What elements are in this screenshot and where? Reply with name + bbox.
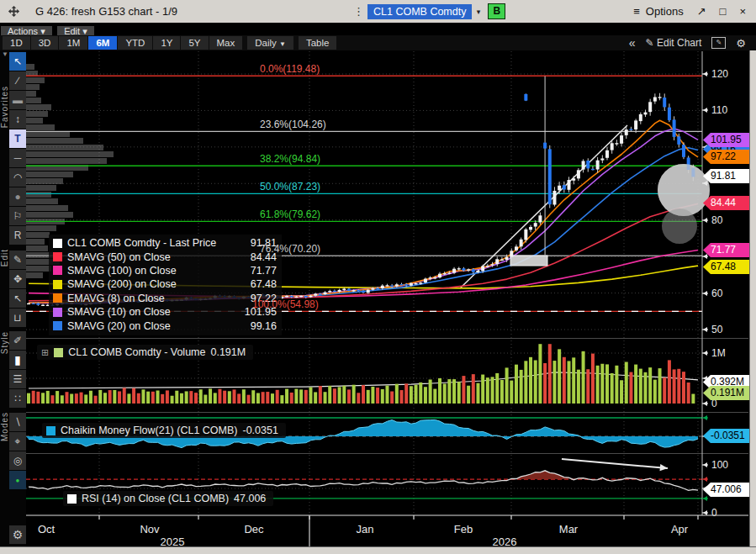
table-button[interactable]: Table: [299, 36, 337, 50]
pin-tool-icon[interactable]: ⚐: [9, 207, 26, 225]
range-1m[interactable]: 1M: [59, 36, 87, 50]
chart-plot-area[interactable]: 1201108060501M01000OctNovDecJanFebMarApr…: [0, 50, 756, 546]
ticker-dropdown-icon[interactable]: ▾: [472, 4, 484, 19]
badge-b[interactable]: B: [488, 3, 505, 19]
tool-group-label: Favorites: [0, 86, 9, 128]
window-frame-bottom: [0, 546, 756, 554]
select-tool-icon[interactable]: ↖: [9, 289, 26, 308]
range-1d[interactable]: 1D: [3, 36, 30, 50]
svg-text:Apr: Apr: [671, 523, 689, 536]
ticker-input[interactable]: CL1 COMB Comdty: [367, 4, 472, 19]
svg-text:0: 0: [711, 398, 717, 409]
popout-icon[interactable]: ↗: [697, 5, 706, 18]
svg-text:50: 50: [711, 324, 723, 335]
collapse-panel-icon[interactable]: «: [629, 36, 636, 50]
svg-text:1M: 1M: [711, 347, 726, 359]
svg-text:100: 100: [711, 459, 728, 471]
arc-tool-icon[interactable]: ◠: [9, 168, 26, 187]
range-1y[interactable]: 1Y: [153, 36, 180, 50]
ellipse-tool-icon[interactable]: ●: [9, 187, 26, 206]
window-frame-right: [749, 23, 756, 546]
chevron-down-icon: ▼: [279, 40, 286, 48]
pencil-icon: ✎: [646, 37, 654, 49]
options-button[interactable]: ≡ Options: [633, 5, 683, 18]
svg-text:Nov: Nov: [140, 523, 160, 536]
menu-icon: ≡: [633, 5, 640, 18]
annotation-style-icon[interactable]: ✐: [9, 331, 26, 350]
svg-text:2026: 2026: [493, 536, 517, 546]
kebab-icon[interactable]: ⋮: [353, 5, 364, 18]
line-width-icon[interactable]: ☰: [9, 370, 26, 388]
annotate-icon[interactable]: ✎: [711, 37, 726, 49]
tool-group-label: Edit: [0, 249, 9, 266]
vertical-range-tool-icon[interactable]: ↕: [9, 110, 26, 129]
close-icon[interactable]: ×: [739, 5, 746, 18]
sidebar-gear-icon[interactable]: ⚙: [9, 525, 26, 544]
collapse-sidebar-icon[interactable]: ▼: [2, 50, 8, 58]
zoom-mode-icon[interactable]: ◎: [9, 451, 26, 470]
move-window-icon[interactable]: [8, 5, 20, 18]
svg-text:Oct: Oct: [38, 523, 56, 536]
titlebar: G 426: fresh G153 chart - 1/9 ⋮ CL1 COMB…: [0, 0, 756, 24]
svg-text:110: 110: [711, 104, 727, 116]
svg-text:60: 60: [711, 288, 723, 299]
eraser-mode-icon[interactable]: ∖: [9, 413, 26, 431]
range-toolbar: 1D 3D 1M 6M YTD 1Y 5Y Max Daily ▼ Table …: [0, 35, 756, 50]
fill-style-icon[interactable]: ▮: [9, 351, 26, 369]
text-tool-icon[interactable]: T: [9, 129, 26, 148]
bloomberg-chart-window: G 426: fresh G153 chart - 1/9 ⋮ CL1 COMB…: [0, 0, 756, 554]
svg-text:Mar: Mar: [559, 523, 579, 536]
horizontal-line-tool-icon[interactable]: ─: [9, 149, 26, 167]
window-title: G 426: fresh G153 chart - 1/9: [35, 5, 177, 18]
news-mode-icon[interactable]: ●: [9, 471, 26, 489]
move-tool-icon[interactable]: ✥: [9, 270, 26, 288]
draw-tool-icon[interactable]: ✎: [9, 251, 26, 269]
edit-chart-button[interactable]: ✎ Edit Chart: [646, 37, 702, 49]
range-max[interactable]: Max: [209, 36, 243, 50]
line-pattern-icon[interactable]: ∷: [9, 389, 26, 408]
cursor-tool-icon[interactable]: ↖: [9, 52, 26, 71]
trash-tool-icon[interactable]: ⊔: [9, 309, 26, 327]
period-dropdown[interactable]: Daily ▼: [247, 36, 293, 50]
tool-group-label: Modes: [0, 412, 9, 441]
range-6m-selected[interactable]: 6M: [88, 36, 117, 50]
svg-text:2025: 2025: [161, 536, 185, 546]
drawing-toolbar: ▼ Favorites↖∕▬↕T─◠●⚐REdit✎✥↖⊔Style✐▮☰∷Mo…: [0, 50, 26, 546]
crosshair-mode-icon[interactable]: ⌖: [9, 432, 26, 451]
svg-text:80: 80: [711, 214, 723, 226]
gear-icon[interactable]: ⚙: [736, 37, 746, 50]
svg-text:0: 0: [711, 507, 717, 519]
range-5y[interactable]: 5Y: [181, 36, 208, 50]
regression-tool-icon[interactable]: R: [9, 226, 26, 245]
svg-text:Jan: Jan: [357, 523, 374, 536]
trendline-tool-icon[interactable]: ∕: [9, 71, 26, 90]
svg-text:120: 120: [711, 68, 728, 80]
range-ytd[interactable]: YTD: [118, 36, 152, 50]
svg-text:Feb: Feb: [454, 523, 473, 536]
range-3d[interactable]: 3D: [31, 36, 59, 50]
rectangle-tool-icon[interactable]: ▬: [9, 91, 26, 109]
svg-text:Dec: Dec: [244, 523, 264, 536]
tool-group-label: Style: [0, 331, 9, 354]
maximize-icon[interactable]: □: [720, 5, 727, 18]
menubar: Actions ▾ Edit ▾: [0, 23, 756, 35]
